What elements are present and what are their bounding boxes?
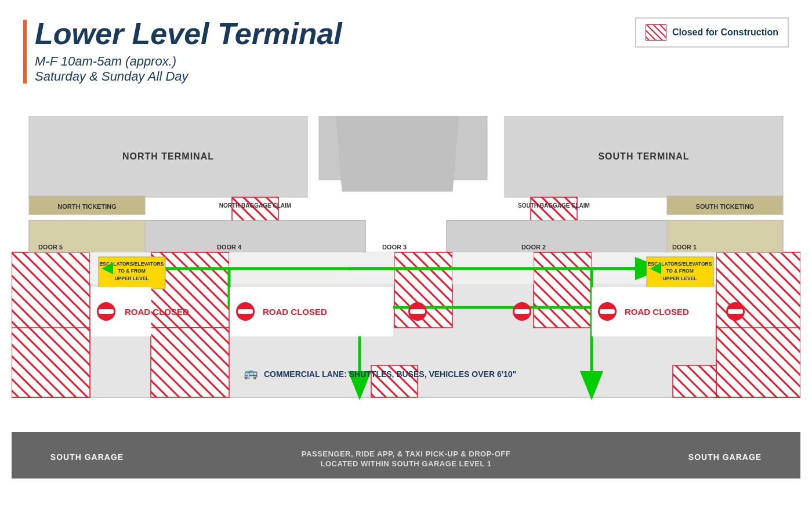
orange-bar (23, 20, 27, 84)
svg-point-77 (408, 302, 427, 321)
svg-rect-21 (394, 252, 452, 328)
svg-rect-28 (673, 365, 716, 397)
svg-text:NORTH TICKETING: NORTH TICKETING (57, 203, 116, 210)
svg-text:🚌: 🚌 (244, 366, 258, 380)
header: Lower Level Terminal M-F 10am-5am (appro… (23, 17, 789, 84)
svg-rect-16 (29, 220, 365, 252)
svg-rect-1 (646, 24, 666, 41)
svg-text:DOOR 3: DOOR 3 (382, 244, 407, 251)
svg-text:SOUTH GARAGE: SOUTH GARAGE (688, 452, 762, 462)
svg-rect-69 (230, 287, 393, 336)
svg-rect-32 (229, 252, 394, 284)
svg-marker-66 (102, 263, 113, 274)
svg-rect-34 (592, 252, 716, 284)
svg-rect-75 (238, 309, 253, 314)
svg-rect-23 (716, 252, 800, 397)
svg-rect-18 (12, 252, 800, 397)
legend-text: Closed for Construction (672, 27, 778, 38)
map-container: NORTH TERMINAL SOUTH TERMINAL NORTH TICK… (12, 116, 800, 510)
page-title: Lower Level Terminal (35, 17, 342, 50)
svg-text:ESCALATORS/ELEVATORS: ESCALATORS/ELEVATORS (648, 261, 712, 267)
svg-rect-20 (151, 252, 229, 328)
svg-text:DOOR 1: DOOR 1 (672, 244, 697, 251)
svg-rect-15 (531, 197, 577, 226)
svg-point-81 (598, 302, 617, 321)
subtitle: M-F 10am-5am (approx.) Saturday & Sunday… (35, 54, 342, 84)
svg-text:ROAD CLOSED: ROAD CLOSED (125, 307, 189, 317)
svg-point-71 (97, 302, 115, 321)
svg-point-84 (726, 302, 745, 321)
svg-rect-33 (452, 252, 534, 284)
svg-rect-10 (319, 116, 487, 180)
svg-rect-72 (99, 309, 114, 314)
svg-text:ROAD CLOSED: ROAD CLOSED (625, 307, 689, 317)
svg-rect-46 (12, 432, 800, 478)
svg-rect-30 (667, 220, 783, 252)
svg-text:UPPER LEVEL: UPPER LEVEL (114, 276, 148, 281)
legend-box: Closed for Construction (635, 17, 789, 48)
svg-rect-82 (600, 309, 615, 314)
svg-text:COMMERCIAL LANE: SHUTTLES, BUS: COMMERCIAL LANE: SHUTTLES, BUSES, VEHICL… (264, 369, 516, 379)
svg-text:NORTH TERMINAL: NORTH TERMINAL (122, 151, 214, 161)
svg-marker-67 (650, 263, 661, 274)
approx-text: (approx.) (125, 54, 176, 68)
svg-rect-25 (151, 328, 229, 397)
svg-rect-13 (667, 196, 783, 215)
svg-rect-17 (447, 220, 783, 252)
svg-rect-62 (647, 257, 713, 289)
svg-text:ROAD CLOSED: ROAD CLOSED (263, 307, 327, 317)
svg-text:ESCALATORS/ELEVATORS: ESCALATORS/ELEVATORS (100, 261, 164, 267)
svg-text:DOOR 4: DOOR 4 (217, 244, 242, 251)
svg-rect-80 (514, 309, 530, 314)
svg-text:NORTH BAGGAGE CLAIM: NORTH BAGGAGE CLAIM (219, 202, 291, 209)
svg-rect-22 (534, 252, 592, 328)
map-svg: NORTH TERMINAL SOUTH TERMINAL NORTH TICK… (12, 116, 800, 510)
svg-marker-11 (336, 116, 458, 191)
svg-rect-14 (232, 197, 278, 226)
svg-rect-78 (410, 309, 425, 314)
svg-rect-19 (12, 252, 90, 397)
title-block: Lower Level Terminal M-F 10am-5am (appro… (23, 17, 342, 84)
svg-rect-8 (29, 116, 307, 197)
svg-text:SOUTH TICKETING: SOUTH TICKETING (696, 203, 755, 210)
svg-rect-12 (29, 196, 145, 215)
svg-rect-58 (99, 257, 165, 289)
svg-point-74 (236, 302, 255, 321)
svg-rect-70 (592, 287, 715, 336)
subtitle-line1: M-F 10am-5am (35, 54, 125, 68)
title-text: Lower Level Terminal M-F 10am-5am (appro… (35, 17, 342, 84)
subtitle-line2: Saturday & Sunday All Day (35, 69, 188, 84)
svg-rect-24 (12, 328, 90, 397)
construction-icon (646, 24, 666, 41)
svg-rect-29 (29, 220, 145, 252)
svg-text:DOOR 5: DOOR 5 (38, 244, 63, 251)
svg-rect-9 (505, 116, 783, 197)
svg-rect-85 (728, 309, 743, 314)
svg-text:TO & FROM: TO & FROM (666, 268, 694, 274)
svg-text:UPPER LEVEL: UPPER LEVEL (662, 276, 697, 281)
svg-rect-27 (716, 328, 800, 397)
svg-text:SOUTH BAGGAGE CLAIM: SOUTH BAGGAGE CLAIM (518, 202, 590, 209)
svg-rect-26 (371, 365, 418, 397)
svg-rect-31 (90, 252, 151, 284)
svg-text:DOOR 2: DOOR 2 (521, 244, 546, 251)
svg-text:SOUTH GARAGE: SOUTH GARAGE (50, 452, 124, 462)
svg-point-79 (513, 302, 531, 321)
svg-rect-68 (90, 287, 151, 336)
svg-text:LOCATED WITHIN SOUTH GARAGE LE: LOCATED WITHIN SOUTH GARAGE LEVEL 1 (320, 459, 491, 468)
svg-text:SOUTH TERMINAL: SOUTH TERMINAL (598, 151, 689, 161)
svg-text:PASSENGER, RIDE APP, & TAXI PI: PASSENGER, RIDE APP, & TAXI PICK-UP & DR… (302, 449, 510, 458)
svg-text:TO & FROM: TO & FROM (118, 268, 146, 274)
